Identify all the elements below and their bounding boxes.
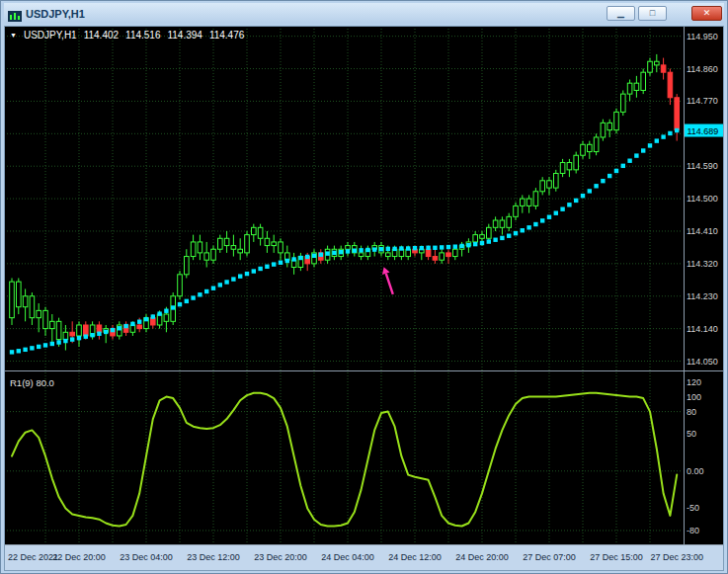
maximize-button[interactable]: □: [638, 6, 667, 21]
chart-icon: [8, 8, 22, 19]
window-controls: ▁ □ ✕: [607, 6, 722, 21]
price-axis[interactable]: [683, 27, 723, 543]
close-button[interactable]: ✕: [691, 6, 722, 21]
minimize-button[interactable]: ▁: [607, 6, 635, 21]
chart-window: USDJPY,H1 ▁ □ ✕ 114.950114.860114.770114…: [0, 0, 728, 574]
chart-area: 114.950114.860114.770114.680114.590114.5…: [4, 26, 724, 571]
window-title: USDJPY,H1: [26, 8, 85, 20]
title-bar[interactable]: USDJPY,H1 ▁ □ ✕: [4, 3, 724, 24]
chart-canvas[interactable]: 114.950114.860114.770114.680114.590114.5…: [5, 27, 723, 570]
time-axis[interactable]: [5, 544, 723, 570]
minimize-icon: ▁: [617, 9, 624, 18]
maximize-icon: □: [650, 9, 655, 18]
close-icon: ✕: [703, 9, 711, 18]
